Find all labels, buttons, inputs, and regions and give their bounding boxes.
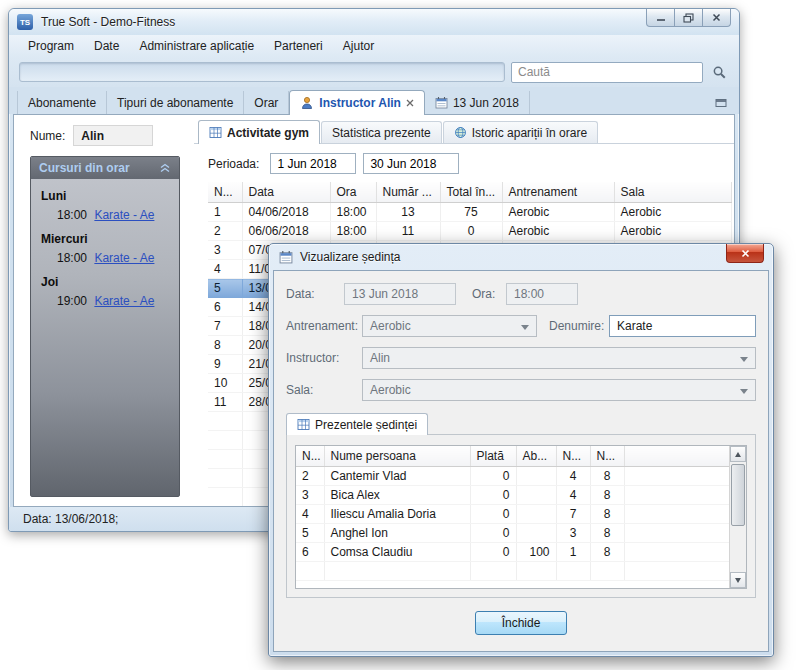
cell [208, 469, 242, 488]
field-row-sala: Sala: Aerobic [286, 379, 756, 401]
tab-tipuri-de-abonamente[interactable]: Tipuri de abonamente [107, 91, 244, 114]
search-box [511, 62, 703, 83]
ora-field[interactable]: 18:00 [506, 283, 578, 305]
course-link[interactable]: Karate - Ae [94, 208, 154, 222]
cell [208, 431, 242, 450]
menu-administrare[interactable]: Administrare aplicație [130, 36, 263, 56]
status-text: Data: 13/06/2018; [23, 512, 118, 526]
col-total[interactable]: Total în... [440, 182, 502, 203]
scroll-down-button[interactable] [730, 572, 746, 588]
instructor-combo[interactable]: Alin [362, 347, 756, 369]
triangle-down-icon [735, 578, 741, 583]
col-data[interactable]: Data [242, 182, 330, 203]
period-to-input[interactable] [363, 153, 459, 174]
col-ora[interactable]: Ora [330, 182, 376, 203]
menu-program[interactable]: Program [19, 36, 83, 56]
cell: Aerobic [502, 222, 614, 241]
presence-row[interactable]: 6 Comsa Claudiu 0 100 1 8 [296, 543, 747, 562]
window-title: True Soft - Demo-Fitness [41, 15, 175, 29]
instructor-value: Alin [370, 351, 390, 365]
cell: Iliescu Amalia Doria [324, 505, 470, 524]
col-ab[interactable]: Ab... [516, 446, 556, 467]
dialog-titlebar: Vizualizare ședința [269, 244, 773, 270]
col-n1[interactable]: N... [556, 446, 590, 467]
cell: 100 [516, 543, 556, 562]
search-input[interactable] [512, 63, 702, 82]
vertical-scrollbar[interactable] [729, 446, 746, 588]
collapse-chevrons-icon[interactable] [159, 163, 171, 173]
antrenament-value: Aerobic [370, 319, 411, 333]
cell: Cantemir Vlad [324, 467, 470, 486]
tab-instructor-alin[interactable]: Instructor Alin [289, 90, 425, 115]
tab-prezentele-sedintei[interactable]: Prezentele ședinței [286, 413, 428, 435]
tab-13-jun-2018[interactable]: 13 Jun 2018 [425, 91, 530, 114]
tab-orar[interactable]: Orar [244, 91, 289, 114]
presence-row[interactable]: 4 Iliescu Amalia Doria 0 7 8 [296, 505, 747, 524]
triangle-up-icon [735, 452, 741, 457]
cell: Anghel Ion [324, 524, 470, 543]
col-antrenament[interactable]: Antrenament [502, 182, 614, 203]
menu-parteneri[interactable]: Parteneri [265, 36, 332, 56]
sala-combo[interactable]: Aerobic [362, 379, 756, 401]
cell: 4 [556, 486, 590, 505]
cell: 0 [440, 222, 502, 241]
gym-row[interactable]: 2 06/06/2018 18:00 11 0 Aerobic Aerobic [208, 222, 732, 241]
presence-row[interactable]: 5 Anghel Ion 0 3 8 [296, 524, 747, 543]
denumire-field[interactable]: Karate [609, 315, 756, 337]
tab-close-icon[interactable] [406, 99, 414, 107]
close-button[interactable] [702, 9, 731, 27]
day-label: Luni [41, 189, 171, 203]
inchide-button[interactable]: Închide [475, 611, 567, 635]
cell: 06/06/2018 [242, 222, 330, 241]
col-plata[interactable]: Plată [470, 446, 516, 467]
tab-label: Prezentele ședinței [315, 418, 417, 432]
dialog-title: Vizualizare ședința [300, 250, 401, 264]
activity-tabbar: Activitate gym Statistica prezente Istor… [194, 118, 734, 144]
presence-row[interactable] [296, 562, 747, 581]
close-icon [741, 249, 750, 258]
tab-activitate-gym[interactable]: Activitate gym [198, 120, 320, 144]
tab-label: 13 Jun 2018 [453, 96, 519, 110]
cell [470, 562, 516, 581]
course-link[interactable]: Karate - Ae [94, 294, 154, 308]
scrollbar-thumb[interactable] [731, 464, 745, 526]
maximize-button[interactable] [674, 9, 703, 27]
cell [516, 467, 556, 486]
col-nume-persoana[interactable]: Nume persoana [324, 446, 470, 467]
tab-istoric-aparitii[interactable]: Istoric apariții în orare [443, 121, 598, 143]
sala-label: Sala: [286, 383, 362, 397]
col-numar[interactable]: Număr ... [376, 182, 440, 203]
minimize-button[interactable] [646, 9, 675, 27]
search-button[interactable] [709, 62, 729, 82]
course-entry: 18:00 Karate - Ae [41, 251, 171, 265]
col-nr[interactable]: N... [296, 446, 324, 467]
presence-row[interactable]: 2 Cantemir Vlad 0 4 8 [296, 467, 747, 486]
tab-statistica-prezente[interactable]: Statistica prezente [321, 121, 442, 143]
cell: 5 [296, 524, 324, 543]
cell: 75 [440, 203, 502, 222]
data-field[interactable]: 13 Jun 2018 [344, 283, 456, 305]
period-from-input[interactable] [270, 153, 356, 174]
scroll-up-button[interactable] [730, 446, 746, 462]
menu-date[interactable]: Date [85, 36, 128, 56]
instructor-label: Instructor: [286, 351, 362, 365]
cell: 11 [208, 393, 242, 412]
gym-row[interactable]: 1 04/06/2018 18:00 13 75 Aerobic Aerobic [208, 203, 732, 222]
cell: 2 [296, 467, 324, 486]
col-nr[interactable]: N... [208, 182, 242, 203]
period-label: Perioada: [208, 157, 259, 171]
denumire-label: Denumire: [549, 319, 609, 333]
dialog-close-button[interactable] [726, 244, 764, 263]
name-field[interactable]: Alin [73, 125, 153, 146]
course-link[interactable]: Karate - Ae [94, 251, 154, 265]
menu-ajutor[interactable]: Ajutor [334, 36, 383, 56]
col-n2[interactable]: N... [590, 446, 624, 467]
course-time: 18:00 [57, 251, 87, 265]
minimize-view-icon[interactable] [715, 97, 727, 108]
col-sala[interactable]: Sala [614, 182, 732, 203]
cell: 10 [208, 374, 242, 393]
presence-row[interactable]: 3 Bica Alex 0 4 8 [296, 486, 747, 505]
tab-abonamente[interactable]: Abonamente [17, 91, 107, 114]
antrenament-combo[interactable]: Aerobic [362, 315, 537, 337]
chevron-down-icon [521, 325, 529, 330]
